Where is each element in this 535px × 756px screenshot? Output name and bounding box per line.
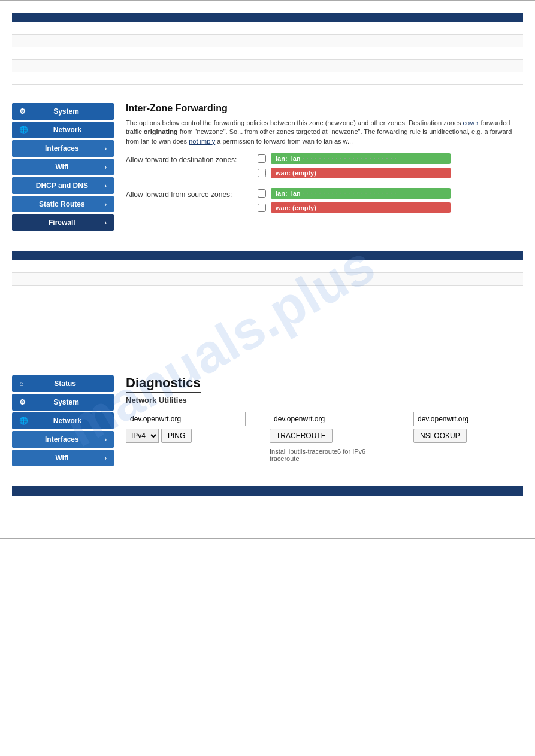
home-icon: ⌂ (19, 379, 23, 388)
nslookup-group: NSLOOKUP (413, 412, 533, 443)
diagnostics-inputs: IPv4 IPv6 PING TRACEROUTE Install iputil… (126, 412, 533, 462)
zone-tag-lan-dest: lan: lan · · · · · · · · · · · · · · · ·… (271, 153, 451, 164)
traceroute-host-input[interactable] (270, 412, 389, 426)
sidebar2-item-status[interactable]: ⌂ Status (12, 375, 114, 392)
forward-to-label: Allow forward to destination zones: (126, 153, 246, 164)
middle-table-col1-header (12, 251, 132, 260)
sidebar2-item-interfaces[interactable]: Interfaces › (12, 431, 114, 448)
network-icon: 🌐 (19, 126, 28, 134)
gear-icon2: ⚙ (19, 398, 26, 406)
sidebar2-label-system: System (53, 398, 79, 406)
zone-row-lan-dest: lan: lan · · · · · · · · · · · · · · · ·… (258, 153, 523, 164)
zone-dots-src: · · · · · · · · · · · · · · · · · · · · … (303, 190, 397, 196)
sidebar-item-network[interactable]: 🌐 Network (12, 122, 114, 138)
sidebar-label-static-routes: Static Routes (39, 200, 85, 208)
table-row (12, 60, 523, 72)
sidebar2-label-status: Status (54, 379, 76, 388)
diagnostics-subtitle: Network Utilities (126, 396, 533, 405)
middle-table-section (0, 239, 535, 297)
diagnostics-panel: ⌂ Status ⚙ System 🌐 Network Interfaces › (0, 369, 535, 474)
sidebar-item-wifi[interactable]: Wifi › (12, 159, 114, 175)
forward-from-section: Allow forward from source zones: lan: la… (126, 188, 523, 217)
table-row (12, 35, 523, 47)
zone-row-wan-src: wan: (empty) (258, 202, 523, 213)
traceroute-controls: TRACEROUTE (270, 429, 389, 443)
nslookup-button[interactable]: NSLOOKUP (413, 429, 467, 443)
sidebar2-label-interfaces: Interfaces (45, 435, 79, 444)
gear-icon: ⚙ (19, 107, 26, 116)
middle-table-col2-header (132, 251, 523, 260)
bottom-table-col2-header (132, 486, 523, 496)
zone-row-wan-dest: wan: (empty) (258, 168, 523, 178)
chevron-right-icon3: › (105, 455, 107, 462)
network-icon2: 🌐 (19, 417, 28, 425)
sidebar2-item-network[interactable]: 🌐 Network (12, 412, 114, 429)
diagnostics-content: Diagnostics Network Utilities IPv4 IPv6 … (126, 375, 533, 468)
top-table (12, 13, 523, 85)
bottom-table-section (0, 474, 535, 538)
interzone-panel: ⚙ System 🌐 Network Interfaces › Wifi › (0, 97, 535, 239)
sidebar-item-static-routes[interactable]: Static Routes › (12, 196, 114, 212)
table-row (12, 260, 523, 273)
sidebar2-label-network: Network (53, 417, 81, 425)
zone-checkbox-wan-src[interactable] (258, 204, 266, 212)
source-zones: lan: lan · · · · · · · · · · · · · · · ·… (258, 188, 523, 217)
sidebar-label-firewall: Firewall (49, 218, 75, 227)
chevron-right-icon: › (105, 220, 107, 226)
table-row (12, 22, 523, 35)
traceroute-group: TRACEROUTE Install iputils-traceroute6 f… (270, 412, 389, 462)
interzone-title: Inter-Zone Forwarding (126, 103, 523, 114)
zone-checkbox-wan-dest[interactable] (258, 169, 266, 177)
ping-button[interactable]: PING (161, 429, 192, 443)
zone-tag-wan-dest: wan: (empty) (271, 168, 451, 178)
zone-checkbox-lan-src[interactable] (258, 189, 266, 198)
sidebar2: ⌂ Status ⚙ System 🌐 Network Interfaces › (12, 375, 114, 468)
table-row (12, 72, 523, 85)
top-table-col1-header (12, 13, 132, 22)
sidebar1: ⚙ System 🌐 Network Interfaces › Wifi › (12, 103, 114, 233)
destination-zones: lan: lan · · · · · · · · · · · · · · · ·… (258, 153, 523, 182)
sidebar-label-system: System (53, 107, 79, 116)
top-table-section (0, 1, 535, 97)
chevron-right-icon: › (105, 145, 107, 152)
chevron-right-icon: › (105, 183, 107, 189)
zone-tag-wan-src: wan: (empty) (271, 202, 451, 213)
forward-from-label: Allow forward from source zones: (126, 188, 246, 199)
ping-host-input[interactable] (126, 412, 246, 426)
bottom-table-col1-header (12, 486, 132, 496)
diagnostics-title: Diagnostics (126, 375, 201, 393)
traceroute-note: Install iputils-traceroute6 for IPv6 tra… (270, 448, 389, 462)
watermark-area: manuals.plus (0, 297, 535, 369)
sidebar-label-wifi: Wifi (55, 163, 68, 171)
interzone-description: The options below control the forwarding… (126, 119, 523, 146)
ping-group: IPv4 IPv6 PING (126, 412, 246, 443)
zone-checkbox-lan-dest[interactable] (258, 154, 266, 163)
top-table-col2-header (132, 13, 523, 22)
sidebar-item-system[interactable]: ⚙ System (12, 103, 114, 120)
sidebar-item-interfaces[interactable]: Interfaces › (12, 140, 114, 157)
nslookup-controls: NSLOOKUP (413, 429, 533, 443)
zone-name-lan: lan (291, 155, 301, 162)
sidebar-item-firewall[interactable]: Firewall › (12, 214, 114, 231)
sidebar-label-dhcp: DHCP and DNS (36, 181, 88, 190)
sidebar2-item-wifi[interactable]: Wifi › (12, 450, 114, 466)
interzone-content: Inter-Zone Forwarding The options below … (126, 103, 523, 233)
ip-version-select[interactable]: IPv4 IPv6 (126, 429, 159, 443)
sidebar-label-network: Network (53, 126, 81, 134)
table-row (12, 273, 523, 286)
zone-name-lan-src: lan (291, 190, 301, 197)
bottom-table (12, 486, 523, 526)
forward-to-section: Allow forward to destination zones: lan:… (126, 153, 523, 182)
ping-controls: IPv4 IPv6 PING (126, 429, 246, 443)
table-row (12, 496, 523, 526)
sidebar2-item-system[interactable]: ⚙ System (12, 394, 114, 411)
middle-table (12, 251, 523, 286)
chevron-right-icon2: › (105, 436, 107, 443)
sidebar-item-dhcp[interactable]: DHCP and DNS › (12, 177, 114, 194)
sidebar2-label-wifi: Wifi (55, 454, 68, 462)
chevron-right-icon: › (105, 201, 107, 208)
nslookup-host-input[interactable] (413, 412, 533, 426)
chevron-right-icon: › (105, 164, 107, 171)
traceroute-button[interactable]: TRACEROUTE (270, 429, 333, 443)
table-row (12, 47, 523, 60)
